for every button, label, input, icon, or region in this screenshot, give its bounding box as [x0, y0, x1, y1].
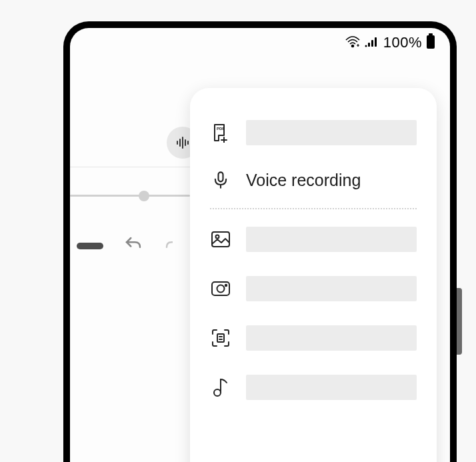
svg-point-20: [217, 285, 225, 293]
signal-icon: [365, 35, 379, 50]
menu-item-label: Voice recording: [246, 171, 361, 190]
pdf-add-icon: PDF: [210, 122, 231, 143]
menu-item-scan-text[interactable]: [190, 313, 437, 363]
svg-rect-15: [219, 172, 223, 181]
menu-label-placeholder: [246, 276, 417, 301]
menu-item-voice-recording[interactable]: Voice recording: [190, 157, 437, 203]
svg-rect-19: [212, 282, 229, 295]
menu-label-placeholder: [246, 325, 417, 351]
svg-point-0: [351, 45, 353, 47]
redo-icon[interactable]: [163, 235, 173, 257]
svg-text:PDF: PDF: [217, 127, 225, 131]
svg-rect-5: [429, 33, 433, 35]
toolbar-handle[interactable]: [77, 243, 103, 249]
svg-point-18: [216, 235, 219, 239]
divider: [70, 167, 190, 167]
menu-label-placeholder: [246, 227, 417, 252]
svg-rect-6: [427, 35, 435, 49]
attach-menu: PDF Voice recording: [190, 88, 437, 462]
menu-item-pdf[interactable]: PDF: [190, 108, 437, 157]
wifi-icon: [345, 35, 361, 51]
battery-percentage: 100%: [383, 34, 422, 51]
svg-point-1: [365, 45, 367, 47]
svg-point-25: [214, 389, 221, 396]
device-side-button: [457, 288, 462, 355]
svg-point-21: [225, 285, 227, 286]
slider-track[interactable]: [70, 195, 190, 197]
menu-item-camera[interactable]: [190, 264, 437, 313]
device-screen: 100%: [70, 28, 450, 462]
music-note-icon: [210, 377, 231, 398]
menu-label-placeholder: [246, 120, 417, 145]
svg-rect-2: [368, 43, 370, 47]
slider-thumb[interactable]: [139, 191, 149, 201]
menu-label-placeholder: [246, 375, 417, 400]
editor-toolbar: [70, 235, 190, 257]
image-icon: [210, 229, 231, 250]
svg-rect-22: [217, 334, 224, 342]
undo-icon[interactable]: [123, 235, 143, 257]
device-frame: 100%: [63, 21, 457, 462]
menu-divider: [210, 208, 417, 209]
mic-icon: [210, 169, 231, 191]
svg-rect-4: [375, 37, 377, 47]
scan-text-icon: [210, 327, 231, 349]
battery-icon: [426, 33, 435, 52]
status-bar: 100%: [70, 28, 450, 55]
menu-item-audio[interactable]: [190, 363, 437, 412]
svg-rect-3: [371, 40, 373, 47]
menu-item-image[interactable]: [190, 215, 437, 264]
camera-icon: [210, 278, 231, 299]
